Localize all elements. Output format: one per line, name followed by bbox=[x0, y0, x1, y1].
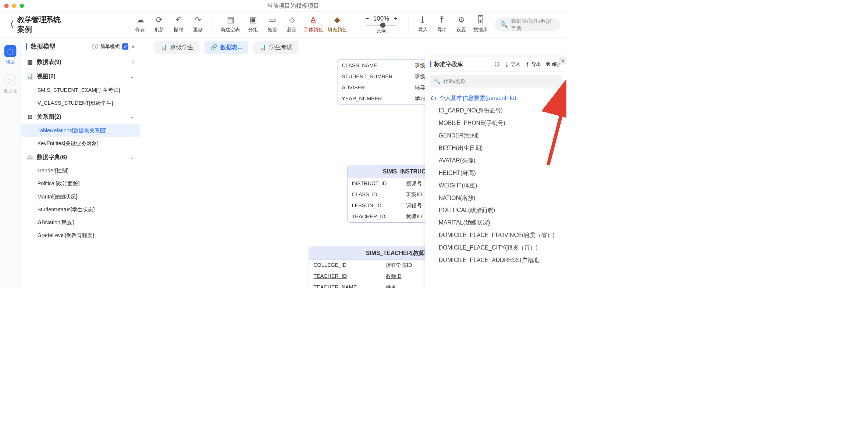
chevron-down-icon: ⌄ bbox=[130, 154, 134, 160]
fieldlib-item[interactable]: DOMICILE_PLACE_CITY(籍贯（市）) bbox=[425, 241, 566, 254]
nav-rail: ⬚ 模型 ◌ 数据域 bbox=[0, 38, 21, 288]
tree-item-active[interactable]: TableRelations[数据表关系图] bbox=[21, 124, 140, 137]
fieldlib-item[interactable]: DOMICILE_PLACE_PROVINCE(籍贯（省）) bbox=[425, 229, 566, 241]
export-icon: ⭱ bbox=[438, 15, 446, 24]
cloud-upload-icon: ☁︎ bbox=[136, 15, 144, 24]
panel-import-button[interactable]: ⭳ 导入 bbox=[505, 61, 520, 68]
panel-export-button[interactable]: ⭱ 导出 bbox=[525, 61, 541, 68]
back-chevron-icon[interactable]: 〈 bbox=[6, 19, 14, 30]
maximize-window-icon[interactable] bbox=[20, 3, 24, 8]
tree-item[interactable]: GradeLevel[受教育程度] bbox=[21, 229, 140, 242]
canvas-tabs: 📊班级学生 🔗数据表... 📊学生考试 bbox=[154, 41, 298, 54]
search-input[interactable]: 🔍 数据表/视图/数据字典 bbox=[495, 18, 561, 32]
search-icon: 🔍 bbox=[434, 78, 441, 85]
fieldlib-item[interactable]: MARITAL(婚姻状况) bbox=[425, 216, 566, 229]
zoom-slider[interactable] bbox=[366, 25, 397, 26]
chevron-left-icon: 〈 bbox=[129, 59, 134, 65]
mode-checkbox[interactable]: ✓ bbox=[122, 43, 128, 50]
chevron-down-icon: ⌄ bbox=[556, 95, 561, 101]
rail-datadomain[interactable]: ◌ 数据域 bbox=[3, 74, 17, 94]
tab-student-exam[interactable]: 📊学生考试 bbox=[253, 41, 298, 54]
refresh-button[interactable]: ⟳刷新 bbox=[150, 15, 169, 33]
new-table-button[interactable]: ▦新建空表 bbox=[217, 15, 244, 33]
zoom-in-icon[interactable]: + bbox=[394, 15, 397, 22]
section-tables[interactable]: ▦数据表(9)〈 bbox=[21, 55, 140, 69]
collapse-side-icon[interactable]: « bbox=[132, 43, 135, 50]
tree-item[interactable]: Political[政治面貌] bbox=[21, 177, 140, 190]
tab-datatable[interactable]: 🔗数据表... bbox=[204, 41, 248, 54]
diamond-icon: ◇ bbox=[289, 15, 295, 24]
chevron-down-icon: ⌄ bbox=[130, 114, 134, 120]
rect-icon: ▭ bbox=[269, 15, 276, 24]
diagram-canvas[interactable]: 📊班级学生 🔗数据表... 📊学生考试 CLASS_NAME班级名称名称STUD… bbox=[140, 38, 566, 288]
zoom-control[interactable]: − 100% + 比例 bbox=[359, 15, 403, 35]
dict-icon: 📖 bbox=[26, 154, 34, 160]
fieldlib-item[interactable]: BIRTH(出生日期) bbox=[425, 142, 566, 154]
info-icon[interactable]: i bbox=[92, 43, 98, 49]
settings-button[interactable]: ⚙设置 bbox=[452, 15, 471, 33]
import-button[interactable]: ⭳导入 bbox=[413, 15, 433, 33]
cube-icon: ⬚ bbox=[4, 45, 16, 57]
field-library-panel: ✕ 标准字段库 ⓘ ⭳ 导入 ⭱ 导出 🛠 维护 🔍 代码/名称 bbox=[425, 57, 566, 288]
fill-color-icon: ◆ bbox=[334, 15, 340, 24]
redo-icon: ↷ bbox=[195, 15, 201, 24]
fieldlib-item[interactable]: GENDER(性别) bbox=[425, 129, 566, 142]
section-views[interactable]: 📊视图(2)⌄ bbox=[21, 69, 140, 84]
tree-item[interactable]: StudentStatus[学生状态] bbox=[21, 203, 140, 216]
fieldlib-section[interactable]: 🗂 个人基本信息要素(personInfo) ⌄ bbox=[425, 92, 566, 104]
zoom-out-icon[interactable]: − bbox=[365, 15, 369, 22]
export-button[interactable]: ⭱导出 bbox=[433, 15, 452, 33]
rail-model[interactable]: ⬚ 模型 bbox=[3, 45, 17, 65]
fieldlib-item[interactable]: NATION(名族) bbox=[425, 191, 566, 204]
title-bar: 当前项目为模板项目 bbox=[0, 0, 566, 11]
fieldlib-item[interactable]: POLITICAL(政治面貌) bbox=[425, 204, 566, 216]
search-placeholder: 数据表/视图/数据字典 bbox=[511, 17, 555, 32]
breadcrumb[interactable]: 〈 教学管理系统案例 bbox=[6, 15, 64, 35]
fieldlib-item[interactable]: AVATAR(头像) bbox=[425, 154, 566, 167]
close-panel-icon[interactable]: ✕ bbox=[559, 57, 566, 65]
fieldlib-item[interactable]: WEIGHT(体重) bbox=[425, 179, 566, 191]
database-icon: 🗄 bbox=[477, 15, 484, 24]
import-icon: ⭳ bbox=[419, 15, 427, 24]
panel-search-input[interactable]: 🔍 代码/名称 bbox=[430, 75, 562, 87]
window-title: 当前项目为模板项目 bbox=[24, 2, 562, 10]
save-button[interactable]: ☁︎保存 bbox=[131, 15, 150, 33]
chevron-down-icon: ⌄ bbox=[130, 74, 134, 79]
fieldlib-item[interactable]: ID_CARD_NO(身份证号) bbox=[425, 104, 566, 117]
tree-item[interactable]: GBNation[民族] bbox=[21, 216, 140, 229]
close-window-icon[interactable] bbox=[4, 3, 9, 8]
globe-icon: ◌ bbox=[4, 74, 16, 86]
tab-class-student[interactable]: 📊班级学生 bbox=[154, 41, 199, 54]
minimize-window-icon[interactable] bbox=[12, 3, 17, 8]
refresh-icon: ⟳ bbox=[156, 15, 163, 24]
fieldlib-item[interactable]: HEIGHT(身高) bbox=[425, 166, 566, 179]
tree-item[interactable]: Marital[婚姻状况] bbox=[21, 190, 140, 203]
tree-item[interactable]: SMIS_STUDENT_EXAM[学生考试] bbox=[21, 84, 140, 97]
relation-icon: 🔗 bbox=[210, 44, 218, 51]
rect-button[interactable]: ▭矩形 bbox=[263, 15, 282, 33]
diamond-button[interactable]: ◇菱形 bbox=[282, 15, 301, 33]
redo-button[interactable]: ↷重做 bbox=[188, 15, 207, 33]
bar-chart-icon: 📊 bbox=[160, 44, 168, 51]
search-icon: 🔍 bbox=[500, 21, 508, 28]
fill-color-button[interactable]: ◆填充颜色 bbox=[325, 15, 349, 33]
zoom-label: 比例 bbox=[376, 28, 386, 35]
undo-button[interactable]: ↶撤销 bbox=[169, 15, 188, 33]
panel-info-icon[interactable]: ⓘ bbox=[495, 61, 499, 68]
tree-item[interactable]: V_CLASS_STUDENT[班级学生] bbox=[21, 97, 140, 110]
section-dicts[interactable]: 📖数据字典(6)⌄ bbox=[21, 150, 140, 164]
project-title: 教学管理系统案例 bbox=[17, 15, 63, 35]
tree-item[interactable]: KeyEntities[关键业务对象] bbox=[21, 137, 140, 150]
fieldlib-item[interactable]: DOMICILE_PLACE_ADDRESS(户籍地 bbox=[425, 254, 566, 266]
model-tree: ▦数据表(9)〈 📊视图(2)⌄ SMIS_STUDENT_EXAM[学生考试]… bbox=[21, 55, 140, 288]
new-table-icon: ▦ bbox=[227, 15, 234, 24]
database-button[interactable]: 🗄数据库 bbox=[471, 15, 490, 33]
view-icon: 📊 bbox=[26, 73, 34, 80]
table-icon: ▦ bbox=[26, 59, 34, 65]
undo-icon: ↶ bbox=[175, 15, 182, 24]
text-color-button[interactable]: A字体颜色 bbox=[301, 15, 325, 33]
section-diagrams[interactable]: ⊞关系图(2)⌄ bbox=[21, 110, 140, 124]
group-button[interactable]: ▣分组 bbox=[243, 15, 263, 33]
fieldlib-item[interactable]: MOBILE_PHONE(手机号) bbox=[425, 117, 566, 129]
tree-item[interactable]: Gender[性别] bbox=[21, 164, 140, 177]
